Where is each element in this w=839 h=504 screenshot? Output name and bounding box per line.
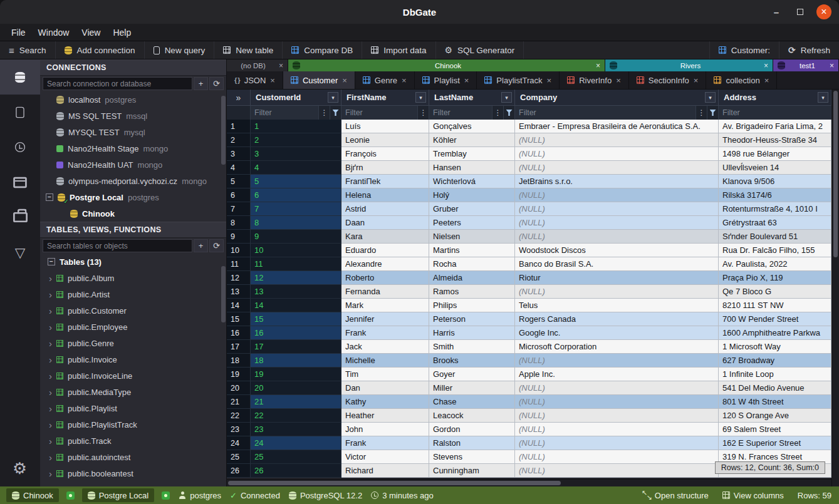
cell-lastname[interactable]: Stevens [429,450,515,464]
connection-search-input[interactable] [43,77,192,90]
cell-customerid[interactable]: 21 [251,395,341,409]
cell-lastname[interactable]: Köhler [429,133,515,147]
row-number[interactable]: 15 [227,312,251,326]
row-number[interactable]: 13 [227,285,251,299]
table-search-input[interactable] [43,239,192,252]
filter-input[interactable] [341,106,417,120]
scrollbar-thumb[interactable] [833,91,838,257]
cell-lastname[interactable]: Peterson [429,312,515,326]
toolbar-button[interactable]: New table [214,41,283,59]
cell-firstname[interactable]: Roberto [341,271,429,285]
chevron-right-icon[interactable] [49,322,52,332]
cell-company[interactable]: (NULL) [515,409,719,423]
cell-company[interactable]: (NULL) [515,354,719,368]
cell-firstname[interactable]: Fernanda [341,285,429,299]
cell-customerid[interactable]: 2 [251,133,341,147]
chevron-right-icon[interactable] [49,289,52,300]
table-item[interactable]: public.Artist [40,286,226,302]
database-tab[interactable]: test1 [773,59,839,71]
row-number[interactable]: 5 [227,175,251,188]
close-icon[interactable] [342,76,347,85]
cell-customerid[interactable]: 4 [251,161,341,175]
close-icon[interactable] [279,61,283,70]
menu-item[interactable]: Help [107,26,137,39]
refresh-connections-button[interactable] [209,77,224,90]
sidebar-scrollbar-thumb[interactable] [221,266,226,322]
cell-company[interactable]: (NULL) [515,395,719,409]
cell-address[interactable]: Sґnder Boulevard 51 [719,230,831,244]
close-icon[interactable] [464,76,469,85]
cell-lastname[interactable]: Tremblay [429,147,515,161]
cell-customerid[interactable]: 13 [251,285,341,299]
filter-input[interactable] [429,106,492,120]
cell-lastname[interactable]: Ralston [429,436,515,450]
add-connection-icon-button[interactable] [194,77,208,90]
cell-lastname[interactable]: Wichterlová [429,175,515,188]
cell-firstname[interactable]: Frank [341,326,429,340]
connection-item[interactable]: olympus-medportal.vychozi.cz mongo [40,173,226,189]
cell-customerid[interactable]: 26 [251,464,341,478]
connection-item[interactable]: Nano2Health Stage mongo [40,140,226,157]
cell-firstname[interactable]: Michelle [341,354,429,368]
row-number[interactable]: 7 [227,202,251,216]
cell-company[interactable]: Apple Inc. [515,368,719,381]
cell-address[interactable]: Qe 7 Bloco G [719,285,831,299]
cell-company[interactable]: Google Inc. [515,326,719,340]
cell-customerid[interactable]: 18 [251,354,341,368]
cell-customerid[interactable]: 16 [251,326,341,340]
cell-lastname[interactable]: Leacock [429,409,515,423]
table-item[interactable]: public.Track [40,433,226,449]
cell-address[interactable]: Rilská 3174/6 [719,188,831,202]
activity-item[interactable] [0,59,40,95]
toolbar-button[interactable]: Refresh [779,41,839,59]
row-number[interactable]: 16 [227,326,251,340]
row-number[interactable]: 11 [227,257,251,271]
chevron-right-icon[interactable] [49,306,52,316]
cell-company[interactable]: (NULL) [515,285,719,299]
cell-customerid[interactable]: 25 [251,450,341,464]
row-number[interactable]: 14 [227,299,251,312]
activity-item[interactable] [0,165,40,200]
toolbar-button[interactable]: Search [0,41,56,59]
cell-lastname[interactable]: Gordon [429,423,515,436]
cell-address[interactable]: 1 Infinite Loop [719,368,831,381]
cell-customerid[interactable]: 10 [251,244,341,257]
status-item[interactable]: View columns [721,488,785,502]
cell-company[interactable]: (NULL) [515,423,719,436]
row-number[interactable]: 20 [227,381,251,395]
row-number[interactable]: 18 [227,354,251,368]
cell-address[interactable]: 120 S Orange Ave [719,409,831,423]
cell-firstname[interactable]: François [341,147,429,161]
status-item[interactable]: Chinook [6,488,59,502]
cell-customerid[interactable]: 17 [251,340,341,354]
sidebar-scrollbar-thumb[interactable] [221,96,226,165]
connection-item[interactable]: Chinook [40,205,226,222]
column-dropdown-icon[interactable] [705,92,716,103]
cell-lastname[interactable]: Smith [429,340,515,354]
column-header[interactable]: Company [515,90,719,106]
cell-firstname[interactable]: Leonie [341,133,429,147]
row-number[interactable]: 3 [227,147,251,161]
table-item[interactable]: public.autoinctest [40,449,226,465]
cell-firstname[interactable]: Alexandre [341,257,429,271]
horizontal-scrollbar[interactable] [227,479,831,486]
cell-customerid[interactable]: 3 [251,147,341,161]
row-number[interactable]: 23 [227,423,251,436]
close-icon[interactable] [764,61,768,70]
close-button[interactable] [816,4,831,19]
cell-address[interactable]: 627 Broadway [719,354,831,368]
chevron-right-icon[interactable] [49,273,52,284]
column-dropdown-icon[interactable] [501,92,512,103]
file-tab[interactable]: SectionInfo [629,71,707,89]
cell-lastname[interactable]: Cunningham [429,464,515,478]
cell-firstname[interactable]: Astrid [341,202,429,216]
filter-menu-icon[interactable] [492,106,503,120]
cell-company[interactable]: (NULL) [515,216,719,230]
cell-firstname[interactable]: John [341,423,429,436]
cell-lastname[interactable]: Goyer [429,368,515,381]
cell-address[interactable]: 700 W Pender Street [719,312,831,326]
connection-item[interactable]: localhost postgres [40,91,226,108]
activity-item[interactable] [0,200,40,235]
row-number[interactable]: 12 [227,271,251,285]
table-item[interactable]: public.booleantest [40,465,226,481]
